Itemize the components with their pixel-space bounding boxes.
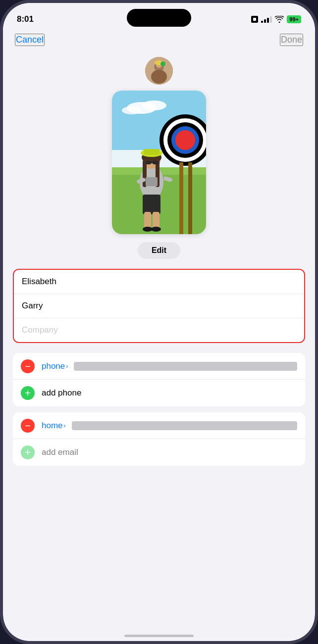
screen: 8:01 xyxy=(3,3,315,641)
status-bar: 8:01 xyxy=(3,3,315,30)
svg-rect-33 xyxy=(146,177,158,186)
svg-rect-38 xyxy=(153,212,159,229)
svg-point-12 xyxy=(122,106,142,114)
phone-label[interactable]: phone › xyxy=(42,361,68,371)
done-button[interactable]: Done xyxy=(280,34,303,46)
add-email-row[interactable]: + add email xyxy=(13,439,305,466)
home-label[interactable]: home › xyxy=(42,421,66,431)
svg-point-4 xyxy=(151,70,167,84)
home-chevron-icon: › xyxy=(64,422,66,429)
notification-icon xyxy=(251,16,258,23)
email-section-group: − home › + add email xyxy=(13,412,305,466)
contact-photo-svg xyxy=(112,91,206,234)
svg-point-7 xyxy=(160,61,165,66)
first-name-field[interactable]: Elisabeth xyxy=(14,270,304,294)
svg-rect-28 xyxy=(146,161,151,164)
svg-rect-22 xyxy=(188,162,192,234)
add-email-button[interactable]: + xyxy=(21,446,35,459)
last-name-field[interactable]: Garry xyxy=(14,294,304,318)
wifi-icon xyxy=(275,16,284,23)
svg-rect-36 xyxy=(143,195,160,214)
home-bar xyxy=(124,635,194,637)
fields-section: − phone › + add phone xyxy=(3,353,315,466)
svg-rect-29 xyxy=(153,161,158,164)
add-email-label: add email xyxy=(42,447,297,457)
svg-rect-0 xyxy=(253,18,256,21)
name-fields-section: Elisabeth Garry Company xyxy=(13,269,305,343)
add-phone-label: add phone xyxy=(42,388,297,398)
remove-phone-button[interactable]: − xyxy=(21,359,35,373)
edit-photo-button[interactable]: Edit xyxy=(138,242,180,259)
add-phone-button[interactable]: + xyxy=(21,386,35,400)
home-value-blurred[interactable] xyxy=(72,421,297,430)
content-area: Edit Elisabeth Garry Company xyxy=(3,52,315,624)
svg-rect-37 xyxy=(144,212,151,229)
status-time: 8:01 xyxy=(17,14,34,24)
avatar-section: Edit xyxy=(3,52,315,269)
home-indicator xyxy=(3,624,315,641)
home-email-field-row: − home › xyxy=(13,412,305,439)
phone-frame: 8:01 xyxy=(0,0,318,644)
svg-point-18 xyxy=(179,134,191,146)
add-phone-row[interactable]: + add phone xyxy=(13,380,305,406)
avatar-circle[interactable] xyxy=(145,57,173,85)
svg-rect-21 xyxy=(179,162,183,234)
dynamic-island xyxy=(127,9,191,27)
phone-field-row: − phone › xyxy=(13,353,305,380)
contact-photo[interactable] xyxy=(112,91,206,234)
nav-bar: Cancel Done xyxy=(3,30,315,52)
battery-indicator: 99+ xyxy=(287,15,301,23)
remove-home-button[interactable]: − xyxy=(21,419,35,433)
signal-icon xyxy=(261,16,272,23)
svg-point-40 xyxy=(151,227,161,232)
status-icons: 99+ xyxy=(251,15,301,23)
phone-value-blurred[interactable] xyxy=(74,362,297,371)
phone-chevron-icon: › xyxy=(66,363,68,370)
svg-point-11 xyxy=(142,100,166,110)
company-field[interactable]: Company xyxy=(14,318,304,342)
cancel-button[interactable]: Cancel xyxy=(15,34,45,46)
phone-section-group: − phone › + add phone xyxy=(13,353,305,406)
svg-rect-32 xyxy=(144,149,159,155)
